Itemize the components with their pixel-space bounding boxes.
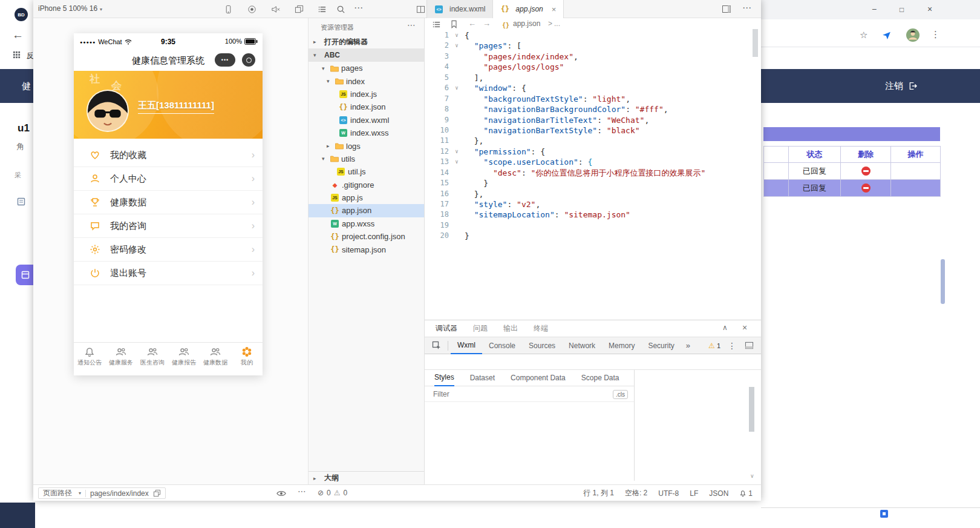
debugger-tab-问题[interactable]: 问题 [473, 323, 488, 334]
menu-item-个人中心[interactable]: 个人中心› [74, 167, 263, 191]
outline-list-icon[interactable] [432, 20, 441, 29]
code-line-10[interactable]: 10 "navigationBarTextStyle": "black" [425, 125, 751, 136]
drawer-icon[interactable] [745, 341, 754, 350]
devtools-tab-Wxml[interactable]: Wxml [451, 337, 482, 354]
encoding[interactable]: UTF-8 [658, 489, 679, 498]
tab-app-json[interactable]: {} app.json × [493, 0, 564, 18]
close-tab-icon[interactable]: × [552, 5, 557, 14]
rotate-device-icon[interactable] [224, 5, 233, 14]
tabbar-item-医生咨询[interactable]: 医生咨询 [137, 343, 168, 371]
warning-badge[interactable]: ⚠ 1 [708, 342, 720, 350]
more-icon[interactable]: ⋯ [742, 2, 751, 13]
debugger-tab-调试器[interactable]: 调试器 [436, 323, 457, 334]
code-line-2[interactable]: 2∨ "pages": [ [425, 41, 751, 51]
send-icon[interactable] [881, 30, 892, 41]
project-section[interactable]: ▾ ABC [309, 48, 424, 62]
devtools-tab-Memory[interactable]: Memory [602, 337, 641, 354]
page-scrollbar[interactable] [941, 259, 945, 304]
avatar[interactable] [88, 91, 128, 131]
code-line-16[interactable]: 16 }, [425, 189, 751, 199]
code-line-7[interactable]: 7 "backgroundTextStyle": "light", [425, 94, 751, 104]
tree-item-logs[interactable]: ▸logs [309, 139, 424, 152]
split-editor-icon[interactable] [416, 5, 425, 14]
menu-item-健康数据[interactable]: 健康数据› [74, 191, 263, 214]
close-capsule-icon[interactable] [242, 53, 255, 67]
outline-section[interactable]: ▸ 大纲 [309, 471, 424, 484]
debugger-tab-输出[interactable]: 输出 [503, 323, 518, 334]
code-line-11[interactable]: 11 }, [425, 136, 751, 146]
more-capsule-icon[interactable]: ••• [215, 53, 235, 67]
code-line-6[interactable]: 6∨ "window": { [425, 83, 751, 93]
eol-setting[interactable]: LF [690, 489, 698, 498]
tree-item-index.js[interactable]: JSindex.js [309, 88, 424, 101]
problems-summary[interactable]: ⊘ 0 ⚠ 0 [318, 489, 347, 497]
tabbar-item-我的[interactable]: 我的 [231, 343, 263, 371]
code-line-20[interactable]: 20} [425, 231, 751, 241]
capsule-menu[interactable]: ••• [215, 53, 255, 67]
code-line-13[interactable]: 13∨ "scope.userLocation": { [425, 157, 751, 167]
copy-icon[interactable] [153, 489, 161, 497]
devtools-menu-icon[interactable]: ⋮ [728, 341, 736, 351]
search-icon[interactable] [336, 5, 345, 14]
layout-icon[interactable] [722, 4, 731, 14]
collapse-panel-icon[interactable]: ∧ [722, 323, 728, 332]
bookmark-star-icon[interactable]: ☆ [860, 30, 867, 41]
record-icon[interactable] [247, 5, 256, 14]
menu-item-密码修改[interactable]: 密码修改› [74, 238, 263, 262]
debugger-tab-终端[interactable]: 终端 [534, 323, 548, 334]
sidebar-active-button[interactable] [16, 265, 35, 285]
multi-window-icon[interactable] [295, 5, 304, 14]
delete-icon[interactable] [861, 167, 871, 176]
code-line-17[interactable]: 17 "style": "v2", [425, 199, 751, 210]
taskbar-icon[interactable] [880, 510, 888, 518]
tree-item-sitemap.json[interactable]: {}sitemap.json [309, 243, 424, 256]
cls-toggle[interactable]: .cls [613, 390, 628, 399]
breadcrumb-more[interactable]: ... [554, 19, 560, 28]
code-line-9[interactable]: 9 "navigationBarTitleText": "WeChat", [425, 115, 751, 125]
menu-item-退出账号[interactable]: 退出账号› [74, 262, 263, 285]
more-icon[interactable]: ⋯ [298, 486, 306, 496]
pane-divider[interactable] [634, 370, 635, 481]
tree-item-util.js[interactable]: JSutil.js [309, 165, 424, 178]
filter-input[interactable] [433, 390, 613, 398]
code-line-15[interactable]: 15 } [425, 178, 751, 188]
tree-item-app.wxss[interactable]: Wapp.wxss [309, 217, 424, 230]
editor-scrollbar[interactable] [753, 29, 758, 57]
tabbar-item-健康数据[interactable]: 健康数据 [200, 343, 231, 371]
tree-item-.gitignore[interactable]: ◆.gitignore [309, 179, 424, 191]
devtools-tab-Security[interactable]: Security [641, 337, 681, 354]
pane-scrollbar[interactable] [749, 387, 754, 432]
tabbar-item-通知公告[interactable]: 通知公告 [74, 343, 105, 371]
mute-icon[interactable] [271, 5, 280, 14]
clipboard-icon[interactable] [16, 197, 26, 206]
code-line-1[interactable]: 1∨{ [425, 30, 751, 41]
menu-item-我的咨询[interactable]: 我的咨询› [74, 214, 263, 238]
table-row[interactable]: 已回复 [763, 180, 941, 197]
close-panel-icon[interactable]: × [742, 323, 747, 332]
nav-back-icon[interactable]: ← [468, 19, 476, 28]
more-icon[interactable]: ⋯ [354, 2, 363, 13]
indent-setting[interactable]: 空格: 2 [625, 488, 647, 498]
table-row[interactable]: 已回复 [763, 163, 941, 180]
scroll-down-icon[interactable]: ∨ [750, 473, 754, 479]
breadcrumb-file[interactable]: app.json [513, 19, 540, 28]
tree-item-pages[interactable]: ▾pages [309, 62, 424, 74]
maximize-button[interactable]: □ [900, 5, 904, 14]
close-button[interactable]: × [927, 4, 932, 14]
fold-icon[interactable]: ∨ [449, 30, 465, 41]
fold-icon[interactable]: ∨ [449, 147, 465, 157]
tree-item-index.wxml[interactable]: <>index.wxml [309, 114, 424, 127]
tab-index-wxml[interactable]: <> index.wxml [426, 0, 493, 18]
code-line-12[interactable]: 12∨ "permission": { [425, 147, 751, 157]
eye-icon[interactable] [276, 490, 286, 497]
code-line-14[interactable]: 14 "desc": "你的位置信息将用于小程序位置接口的效果展示" [425, 168, 751, 178]
inspect-icon[interactable] [432, 341, 442, 351]
device-selector[interactable]: iPhone 5 100% 16▾ [38, 0, 102, 18]
code-line-5[interactable]: 5 ], [425, 73, 751, 83]
browser-menu-icon[interactable]: ⋮ [931, 29, 940, 40]
code-line-3[interactable]: 3 "pages/index/index", [425, 51, 751, 62]
code-line-8[interactable]: 8 "navigationBarBackgroundColor": "#fff"… [425, 104, 751, 114]
tabbar-item-健康报告[interactable]: 健康报告 [168, 343, 200, 371]
devtools-tab-Sources[interactable]: Sources [522, 337, 562, 354]
fold-icon[interactable]: ∨ [449, 157, 465, 167]
